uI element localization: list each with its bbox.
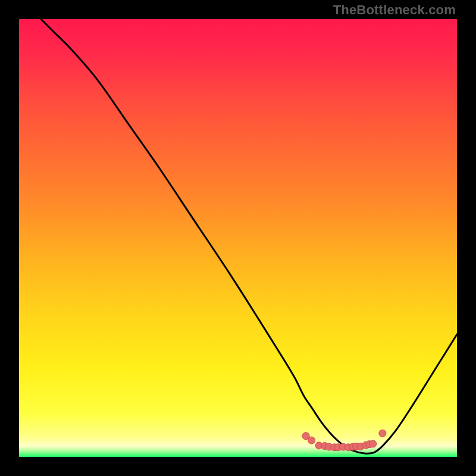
plot-area bbox=[19, 19, 457, 457]
marker-dot bbox=[379, 430, 386, 437]
bottleneck-curve bbox=[41, 19, 457, 453]
curve-layer bbox=[19, 19, 457, 457]
marker-dot bbox=[308, 437, 315, 444]
watermark-text: TheBottleneck.com bbox=[333, 2, 456, 18]
marker-group bbox=[302, 430, 386, 451]
outer-frame: TheBottleneck.com bbox=[0, 0, 476, 476]
marker-dot bbox=[369, 440, 377, 447]
